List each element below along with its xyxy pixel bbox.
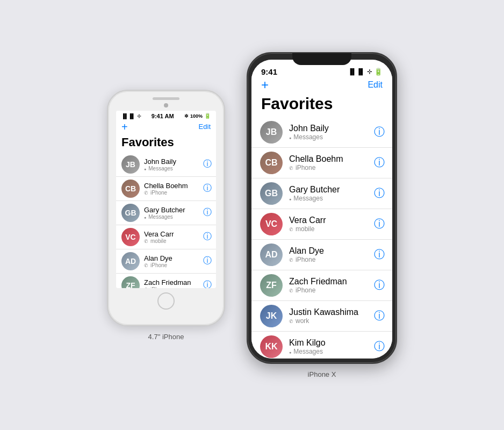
x-signal-bars-icon: ▐▌▐▌	[348, 68, 365, 75]
contact-name: John Baily	[289, 124, 374, 133]
se-contact-item[interactable]: CB Chella Boehm iPhone ⓘ	[116, 177, 216, 201]
contact-avatar: GB	[260, 182, 283, 205]
contact-sub: Messages	[144, 166, 203, 171]
contact-avatar: JB	[121, 155, 140, 174]
x-edit-button[interactable]: Edit	[368, 80, 383, 90]
x-add-button[interactable]: +	[261, 78, 269, 91]
contact-info: Zach Friedman iPhone	[144, 278, 203, 288]
msg-dot-icon	[289, 133, 292, 141]
phone-sub-icon	[144, 190, 149, 196]
x-time: 9:41	[261, 67, 277, 76]
msg-dot-icon	[144, 166, 147, 171]
contact-info: Justin Kawashima work	[289, 307, 374, 325]
contact-sub: iPhone	[289, 164, 374, 171]
contact-name: Chella Boehm	[289, 154, 374, 164]
contact-avatar: JK	[260, 305, 283, 327]
contact-avatar: ZF	[260, 274, 283, 297]
contact-sub: iPhone	[289, 286, 374, 294]
x-contact-item[interactable]: GB Gary Butcher Messages ⓘ	[251, 178, 392, 209]
x-contact-item[interactable]: KK Kim Kilgo Messages ⓘ	[251, 332, 392, 359]
contact-info: Gary Butcher Messages	[144, 206, 203, 220]
phone-sub-icon	[289, 164, 294, 171]
contact-sub: mobile	[144, 238, 203, 244]
msg-dot-icon	[144, 214, 147, 220]
info-button[interactable]: ⓘ	[203, 207, 212, 218]
se-contact-item[interactable]: ZF Zach Friedman iPhone ⓘ	[116, 274, 216, 288]
contact-name: Gary Butcher	[144, 206, 203, 214]
contact-info: Zach Friedman iPhone	[289, 277, 374, 294]
info-button[interactable]: ⓘ	[374, 217, 385, 231]
info-button[interactable]: ⓘ	[374, 309, 385, 323]
contact-name: Alan Dye	[289, 246, 374, 256]
se-contact-list: JB John Baily Messages ⓘ CB Chella Boehm…	[116, 153, 216, 288]
se-contact-item[interactable]: GB Gary Butcher Messages ⓘ	[116, 201, 216, 225]
phone-sub-icon	[289, 317, 294, 325]
contact-name: Gary Butcher	[289, 185, 374, 195]
x-nav-bar: + Edit	[251, 77, 392, 94]
x-contact-list: JB John Baily Messages ⓘ CB Chella Boehm…	[251, 117, 392, 359]
info-button[interactable]: ⓘ	[374, 186, 385, 200]
x-contact-item[interactable]: JK Justin Kawashima work ⓘ	[251, 301, 392, 332]
se-edit-button[interactable]: Edit	[199, 123, 211, 131]
se-time: 9:41 AM	[152, 113, 174, 119]
se-contact-item[interactable]: JB John Baily Messages ⓘ	[116, 153, 216, 177]
contact-name: Alan Dye	[144, 254, 203, 262]
phone-sub-icon	[289, 225, 294, 233]
wifi-icon: ⊹	[137, 113, 141, 119]
info-button[interactable]: ⓘ	[203, 255, 212, 267]
info-button[interactable]: ⓘ	[374, 125, 385, 139]
se-camera	[164, 103, 168, 108]
se-screen: ▐▌▐▌ ⊹ 9:41 AM ✲ 100% 🔋 + Edit Favorites	[116, 111, 216, 288]
x-right-status-icons: ▐▌▐▌ ⊹ 🔋	[348, 68, 383, 76]
contact-sub: mobile	[289, 225, 374, 233]
info-button[interactable]: ⓘ	[203, 159, 212, 170]
contact-avatar: KK	[260, 335, 283, 358]
info-button[interactable]: ⓘ	[203, 183, 212, 194]
phone-sub-icon	[289, 286, 294, 294]
contact-name: Chella Boehm	[144, 182, 203, 190]
se-contact-item[interactable]: VC Vera Carr mobile ⓘ	[116, 225, 216, 249]
se-device-label: 4.7" iPhone	[148, 333, 184, 341]
se-right-status-icons: ✲ 100% 🔋	[184, 113, 211, 119]
se-page-title: Favorites	[116, 134, 216, 153]
x-contact-item[interactable]: VC Vera Carr mobile ⓘ	[251, 209, 392, 240]
info-button[interactable]: ⓘ	[374, 247, 385, 262]
x-device-label: iPhone X	[308, 370, 336, 378]
iphone-se-device: ▐▌▐▌ ⊹ 9:41 AM ✲ 100% 🔋 + Edit Favorites	[107, 90, 225, 326]
x-screen: 9:41 ▐▌▐▌ ⊹ 🔋 + Edit Favorites JB John B…	[251, 60, 392, 359]
contact-info: Vera Carr mobile	[289, 216, 374, 233]
contact-avatar: AD	[260, 243, 283, 266]
info-button[interactable]: ⓘ	[374, 278, 385, 292]
x-contact-item[interactable]: CB Chella Boehm iPhone ⓘ	[251, 148, 392, 178]
contact-name: Vera Carr	[144, 230, 203, 238]
info-button[interactable]: ⓘ	[203, 231, 212, 242]
contact-name: Kim Kilgo	[289, 338, 374, 348]
x-battery-icon: 🔋	[374, 68, 383, 76]
contact-name: Zach Friedman	[144, 278, 203, 286]
se-speaker	[153, 97, 179, 100]
contact-name: Zach Friedman	[289, 277, 374, 286]
se-home-button[interactable]	[157, 292, 175, 310]
x-contact-item[interactable]: ZF Zach Friedman iPhone ⓘ	[251, 270, 392, 301]
se-device-wrapper: ▐▌▐▌ ⊹ 9:41 AM ✲ 100% 🔋 + Edit Favorites	[107, 90, 225, 341]
se-add-button[interactable]: +	[121, 121, 128, 132]
contact-info: Chella Boehm iPhone	[144, 182, 203, 196]
info-button[interactable]: ⓘ	[374, 339, 385, 354]
contact-avatar: CB	[260, 152, 283, 174]
se-status-bar: ▐▌▐▌ ⊹ 9:41 AM ✲ 100% 🔋	[116, 111, 216, 120]
contact-info: Kim Kilgo Messages	[289, 338, 374, 355]
contact-avatar: VC	[260, 213, 283, 235]
info-button[interactable]: ⓘ	[374, 155, 385, 170]
battery-label: 100%	[190, 113, 203, 119]
se-contact-item[interactable]: AD Alan Dye iPhone ⓘ	[116, 249, 216, 274]
info-button[interactable]: ⓘ	[203, 280, 212, 288]
battery-icon: 🔋	[204, 113, 211, 119]
contact-info: John Baily Messages	[144, 157, 203, 171]
iphone-x-device: 9:41 ▐▌▐▌ ⊹ 🔋 + Edit Favorites JB John B…	[247, 52, 397, 364]
contact-info: Alan Dye iPhone	[144, 254, 203, 268]
se-nav-bar: + Edit	[116, 120, 216, 134]
contact-name: John Baily	[144, 157, 203, 166]
phone-sub-icon	[144, 262, 149, 268]
x-contact-item[interactable]: JB John Baily Messages ⓘ	[251, 117, 392, 148]
x-contact-item[interactable]: AD Alan Dye iPhone ⓘ	[251, 240, 392, 270]
